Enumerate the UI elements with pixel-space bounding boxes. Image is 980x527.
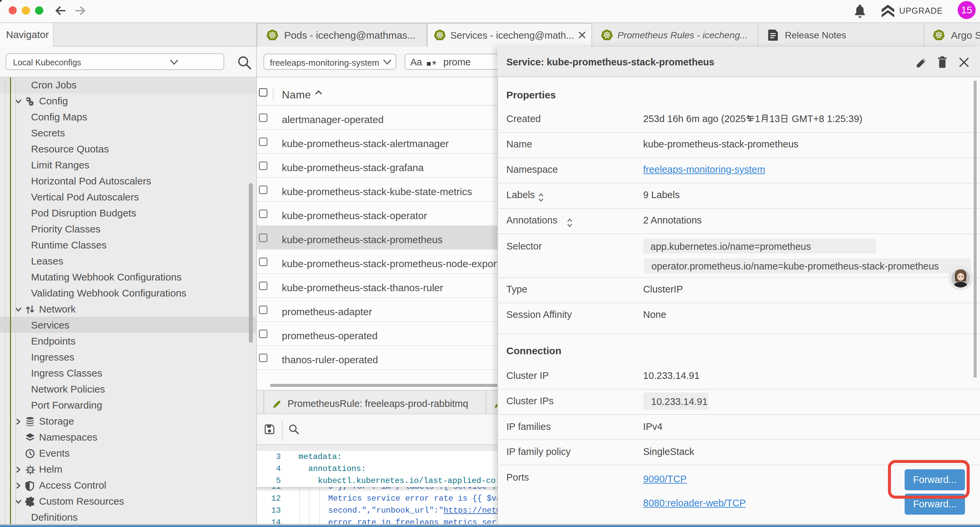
svg-text:HELM: HELM — [27, 469, 34, 471]
